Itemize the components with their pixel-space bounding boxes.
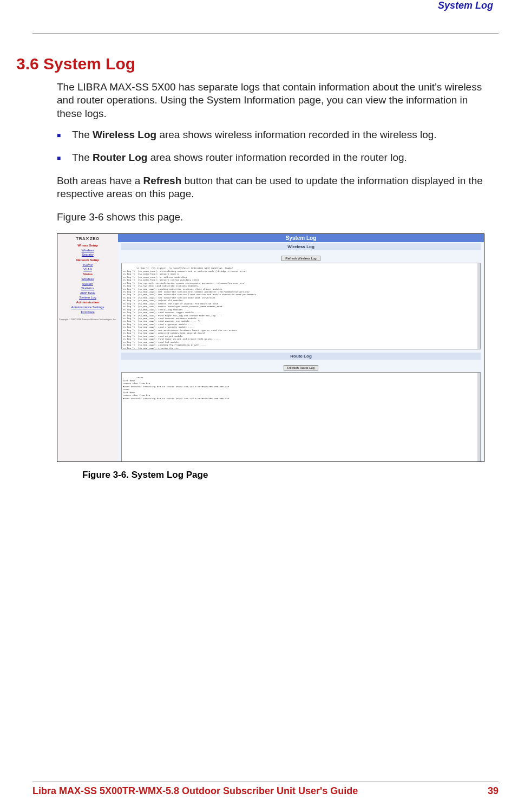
sidebar-link-status-statistics[interactable]: Statistics — [57, 286, 118, 290]
page-footer: Libra MAX-SS 5X00TR-WMX-5.8 Outdoor Subs… — [32, 782, 499, 797]
bullet-icon: ■ — [57, 152, 72, 165]
sidebar-nav: TRA✕ZEO Wimax Setup Wireless Security Ne… — [57, 234, 118, 462]
route-log-textarea[interactable]: reset link down remove vlan from br0 Bas… — [121, 372, 481, 462]
section-heading: 3.6 System Log — [16, 55, 499, 73]
header-section-label: System Log — [438, 0, 493, 11]
refresh-text-bold: Refresh — [143, 175, 182, 186]
bullet-text-bold: Wireless Log — [93, 129, 156, 140]
figure-caption: Figure 3-6. System Log Page — [82, 470, 499, 480]
figure-reference: Figure 3-6 shows this page. — [57, 211, 493, 224]
sidebar-group-status: Status — [57, 272, 118, 276]
bullet-item: ■ The Router Log area shows router infor… — [57, 152, 499, 165]
sidebar-link-admin-settings[interactable]: Administrative Settings — [57, 305, 118, 309]
wireless-log-textarea[interactable]: SS log *> (SS_STATUS): SS SUCCESSFULLY R… — [121, 263, 481, 349]
footer-rule — [32, 782, 499, 782]
bullet-text-prefix: The — [72, 129, 93, 140]
scrollbar[interactable] — [477, 263, 480, 349]
bullet-icon: ■ — [57, 129, 72, 142]
sidebar-link-vlan[interactable]: VLAN — [57, 267, 118, 271]
sidebar-link-status-arptable[interactable]: ARP Table — [57, 291, 118, 295]
bullet-text-prefix: The — [72, 152, 93, 163]
bullet-item: ■ The Wireless Log area shows wireless i… — [57, 129, 499, 142]
sidebar-copyright: Copyright © 2007-2008 Tranzeo Wireless T… — [57, 319, 118, 321]
sidebar-link-admin-firmware[interactable]: Firmware — [57, 310, 118, 314]
sidebar-link-wireless[interactable]: Wireless — [57, 248, 118, 252]
refresh-wireless-log-button[interactable]: Refresh Wireless Log — [281, 256, 320, 261]
refresh-text-a: Both areas have a — [57, 175, 143, 186]
sidebar-group-admin: Administration — [57, 301, 118, 304]
sidebar-link-status-system[interactable]: System — [57, 282, 118, 286]
intro-paragraph: The LIBRA MAX-SS 5X00 has separate logs … — [57, 81, 493, 120]
bullet-list: ■ The Wireless Log area shows wireless i… — [57, 129, 499, 165]
footer-doc-title: Libra MAX-SS 5X00TR-WMX-5.8 Outdoor Subs… — [32, 785, 358, 797]
sidebar-link-status-systemlog[interactable]: System Log — [57, 295, 118, 300]
header-rule — [32, 34, 499, 34]
route-log-content: reset link down remove vlan from br0 Bas… — [123, 376, 229, 399]
route-log-title: Route Log — [121, 353, 481, 360]
panel-title: System Log — [118, 234, 484, 242]
sidebar-link-security[interactable]: Security — [57, 252, 118, 257]
sidebar-group-network: Network Setup — [57, 258, 118, 262]
bullet-text-suffix: area shows router information recorded i… — [147, 152, 407, 163]
wireless-log-content: SS log *> (SS_STATUS): SS SUCCESSFULLY R… — [123, 267, 256, 349]
wireless-log-title: Wireless Log — [121, 243, 481, 250]
sidebar-group-wimax: Wimax Setup — [57, 244, 118, 247]
figure-screenshot: TRA✕ZEO Wimax Setup Wireless Security Ne… — [57, 233, 484, 462]
footer-page-number: 39 — [488, 785, 499, 797]
bullet-text-bold: Router Log — [93, 152, 147, 163]
sidebar-logo: TRA✕ZEO — [57, 236, 118, 241]
refresh-route-log-button[interactable]: Refresh Route Log — [284, 365, 318, 371]
bullet-text-suffix: area shows wireless information recorded… — [156, 129, 436, 140]
sidebar-link-tcpip[interactable]: TCP/IP — [57, 263, 118, 267]
sidebar-link-status-wireless[interactable]: Wireless — [57, 277, 118, 281]
scrollbar[interactable] — [477, 373, 480, 462]
refresh-paragraph: Both areas have a Refresh button that ca… — [57, 174, 493, 201]
